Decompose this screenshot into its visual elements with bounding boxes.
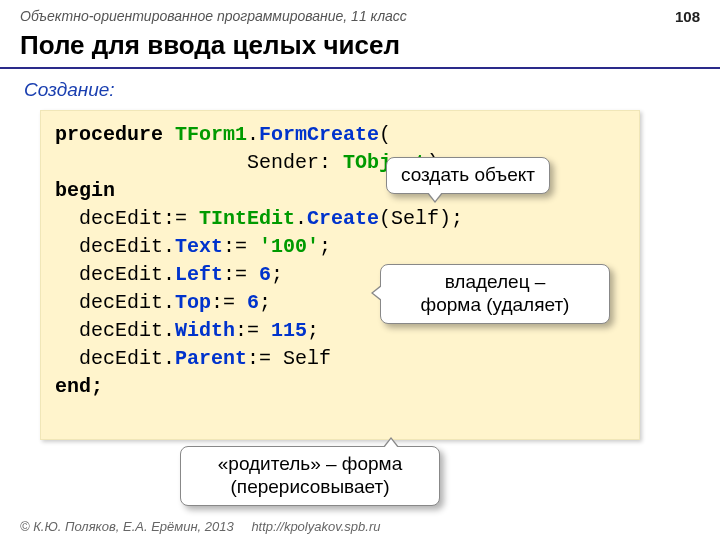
callout-owner: владелец – форма (удаляет) [380,264,610,324]
footer: © К.Ю. Поляков, Е.А. Ерёмин, 2013 http:/… [20,519,380,534]
number-literal: 6 [247,291,259,314]
keyword: end; [55,375,103,398]
callout-text: форма (удаляет) [421,294,570,315]
code-text: Sender: [55,151,343,174]
punct: ; [271,263,283,286]
code-text: := [211,291,247,314]
property-name: Text [175,235,223,258]
code-text: := [223,263,259,286]
code-text: (Self); [379,207,463,230]
punct: ; [259,291,271,314]
code-text: := [235,319,271,342]
code-text: decEdit. [55,347,175,370]
footer-url: http://kpolyakov.spb.ru [251,519,380,534]
property-name: Left [175,263,223,286]
callout-text: (перерисовывает) [231,476,390,497]
code-text: decEdit. [55,319,175,342]
method-name: FormCreate [259,123,379,146]
property-name: Width [175,319,235,342]
code-text: := [223,235,259,258]
keyword: begin [55,179,115,202]
header-context: Объектно-ориентированное программировани… [0,0,720,28]
punct: ; [307,319,319,342]
method-name: Create [307,207,379,230]
property-name: Parent [175,347,247,370]
code-text: decEdit. [55,263,175,286]
code-text: decEdit. [55,291,175,314]
code-text: decEdit. [55,235,175,258]
property-name: Top [175,291,211,314]
punct: ; [319,235,331,258]
punct: ( [379,123,391,146]
type-name: TIntEdit [199,207,295,230]
callout-create-object: создать объект [386,157,550,194]
copyright-text: © К.Ю. Поляков, Е.А. Ерёмин, 2013 [20,519,234,534]
page-number: 108 [675,8,700,25]
callout-parent: «родитель» – форма (перерисовывает) [180,446,440,506]
string-literal: '100' [259,235,319,258]
type-name: TForm1 [175,123,247,146]
code-text: := Self [247,347,331,370]
number-literal: 6 [259,263,271,286]
callout-text: «родитель» – форма [218,453,402,474]
code-text: decEdit:= [55,207,199,230]
section-subtitle: Создание: [0,77,720,105]
callout-text: владелец – [445,271,546,292]
punct: . [247,123,259,146]
keyword: procedure [55,123,175,146]
number-literal: 115 [271,319,307,342]
punct: . [295,207,307,230]
callout-text: создать объект [401,164,535,185]
page-title: Поле для ввода целых чисел [0,28,720,69]
